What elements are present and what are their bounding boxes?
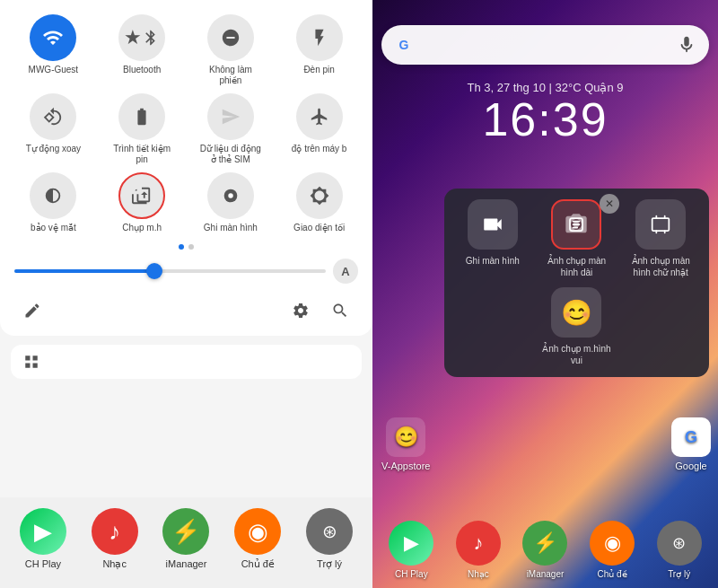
screenshot-icon xyxy=(118,172,165,219)
qs-bottom-bar xyxy=(11,291,362,325)
darkmode-icon xyxy=(30,172,76,219)
qs-darkmode[interactable]: bảo vệ mắt xyxy=(11,172,96,233)
autorotate-icon xyxy=(30,93,76,140)
dnd-icon xyxy=(207,14,254,61)
bluetooth-icon: ★ xyxy=(118,14,165,61)
qs-screenrecord[interactable]: Ghi màn hình xyxy=(188,172,274,233)
right-music-label: Nhạc xyxy=(468,569,489,579)
qs-mobiledata[interactable]: Dữ liệu di động ở thẻ SIM xyxy=(188,93,274,165)
chplay-label: CH Play xyxy=(25,558,61,569)
qs-airplane[interactable]: độ trên máy b xyxy=(276,93,362,165)
search-icon[interactable] xyxy=(326,296,355,325)
right-theme-icon: ◉ xyxy=(590,521,635,566)
qs-screenrecord-label: Ghi màn hình xyxy=(204,223,258,233)
right-dock: ▶ CH Play ♪ Nhạc ⚡ iManager ◉ Chủ đề ⊛ T… xyxy=(372,521,718,579)
qs-mobiledata-label: Dữ liệu di động ở thẻ SIM xyxy=(198,144,263,165)
time-text: 16:39 xyxy=(372,96,718,143)
settings-icon[interactable] xyxy=(286,296,315,325)
ctx-screenrecord[interactable]: Ghi màn hình xyxy=(455,199,530,278)
left-panel: MWG-Guest ★ Bluetooth Không làm phiền xyxy=(0,0,372,588)
qs-dnd[interactable]: Không làm phiền xyxy=(188,14,274,86)
right-imanager-label: iManager xyxy=(527,569,565,579)
ctx-screenrecord-label: Ghi màn hình xyxy=(466,255,520,267)
qs-darkmode-label: bảo vệ mắt xyxy=(31,223,76,233)
qs-airplane-label: độ trên máy b xyxy=(292,144,347,154)
flashlight-icon xyxy=(296,14,343,61)
right-assistant-icon: ⊛ xyxy=(657,521,702,566)
qs-screenshot-label: Chụp m.h xyxy=(122,223,162,233)
right-music-icon: ♪ xyxy=(456,521,501,566)
ctx-screenshot-long[interactable]: Ảnh chụp màn hình dài ✕ xyxy=(539,199,615,278)
assistant-label: Trợ lý xyxy=(317,558,342,570)
right-chplay-icon: ▶ xyxy=(389,521,433,566)
qs-darktheme[interactable]: Giao diện tối xyxy=(276,172,362,233)
dock-app-music[interactable]: ♪ Nhạc xyxy=(92,508,138,570)
qs-screenshot[interactable]: Chụp m.h xyxy=(100,172,185,233)
dock-app-assistant[interactable]: ⊛ Trợ lý xyxy=(306,508,353,570)
qs-dnd-label: Không làm phiền xyxy=(198,65,263,86)
brightness-thumb xyxy=(146,263,162,279)
qs-battery-label: Trình tiết kiệm pin xyxy=(109,144,174,165)
ctx-screenshot-long-label: Ảnh chụp màn hình dài xyxy=(539,255,615,278)
qs-bluetooth[interactable]: ★ Bluetooth xyxy=(100,14,185,86)
qs-bluetooth-label: Bluetooth xyxy=(123,65,161,75)
dock-app-imanager[interactable]: ⚡ iManager xyxy=(162,508,209,570)
wifi-icon xyxy=(30,14,76,61)
svg-point-1 xyxy=(228,193,233,198)
screenshot-context-menu: Ghi màn hình Ảnh chụp màn hình dài ✕ Ảnh… xyxy=(444,189,709,377)
datetime-display: Th 3, 27 thg 10 | 32°C Quận 9 16:39 xyxy=(372,81,718,143)
airplane-icon xyxy=(296,93,343,140)
right-assistant-label: Trợ lý xyxy=(668,569,690,579)
ctx-screenshot-rect-label: Ảnh chụp màn hình chữ nhật xyxy=(623,255,698,278)
right-dock-apps-list: ▶ CH Play ♪ Nhạc ⚡ iManager ◉ Chủ đề ⊛ T… xyxy=(378,521,713,579)
bottom-dock: ▶ CH Play ♪ Nhạc ⚡ iManager ◉ Chủ đề ⊛ T… xyxy=(0,497,372,588)
qs-wifi[interactable]: MWG-Guest xyxy=(11,14,96,86)
darktheme-icon xyxy=(296,172,343,219)
ctx-close-btn[interactable]: ✕ xyxy=(600,194,619,214)
qs-flashlight[interactable]: Đèn pin xyxy=(276,14,362,86)
search-bar[interactable]: G xyxy=(381,25,709,65)
ctx-screenshot-rect[interactable]: Ảnh chụp màn hình chữ nhật xyxy=(623,199,698,278)
qs-autorotate[interactable]: Tự động xoay xyxy=(11,93,96,165)
dock-app-theme[interactable]: ◉ Chủ đề xyxy=(234,508,281,570)
dock-app-chplay[interactable]: ▶ CH Play xyxy=(20,508,66,570)
svg-rect-7 xyxy=(652,218,670,231)
right-chplay[interactable]: ▶ CH Play xyxy=(389,521,433,579)
mic-icon[interactable] xyxy=(677,35,696,55)
v-appstore-label: 😊 V-Appstore xyxy=(381,417,430,471)
brightness-row: A xyxy=(11,255,362,291)
ctx-screenshot-rect-icon xyxy=(635,199,686,250)
edit-icon[interactable] xyxy=(18,296,47,325)
theme-label: Chủ đề xyxy=(241,558,275,570)
brightness-auto-btn[interactable]: A xyxy=(333,259,358,284)
qs-battery[interactable]: Trình tiết kiệm pin xyxy=(100,93,185,165)
qs-flashlight-label: Đèn pin xyxy=(303,65,334,75)
ctx-fun-screenshot[interactable]: 😊 Ảnh chụp m.hình vui xyxy=(539,287,615,366)
battery-icon xyxy=(118,93,165,140)
brightness-slider[interactable] xyxy=(14,269,326,273)
qs-wifi-label: MWG-Guest xyxy=(29,65,79,75)
mobiledata-icon xyxy=(207,93,254,140)
quick-settings-panel: MWG-Guest ★ Bluetooth Không làm phiền xyxy=(0,0,372,336)
imanager-icon: ⚡ xyxy=(162,508,209,555)
edit-tile-bar[interactable] xyxy=(11,345,362,379)
ctx-screenrecord-icon xyxy=(468,199,518,250)
ctx-fun-icon: 😊 xyxy=(551,287,601,338)
right-theme[interactable]: ◉ Chủ đề xyxy=(590,521,635,579)
svg-rect-4 xyxy=(25,364,30,368)
music-label: Nhạc xyxy=(102,558,127,570)
right-panel: G Th 3, 27 thg 10 | 32°C Quận 9 16:39 Gh… xyxy=(372,0,718,588)
right-music[interactable]: ♪ Nhạc xyxy=(456,521,501,579)
right-assistant[interactable]: ⊛ Trợ lý xyxy=(657,521,702,579)
qs-autorotate-label: Tự động xoay xyxy=(26,144,81,154)
right-imanager[interactable]: ⚡ iManager xyxy=(522,521,567,579)
right-theme-label: Chủ đề xyxy=(598,569,627,579)
svg-rect-2 xyxy=(25,355,30,360)
right-imanager-icon: ⚡ xyxy=(522,521,567,566)
dot-1 xyxy=(179,244,184,250)
google-logo: G xyxy=(394,35,414,55)
chplay-icon: ▶ xyxy=(20,508,66,555)
date-text: Th 3, 27 thg 10 | 32°C Quận 9 xyxy=(372,81,718,94)
dock-apps-list: ▶ CH Play ♪ Nhạc ⚡ iManager ◉ Chủ đề ⊛ T… xyxy=(7,508,365,570)
qs-grid: MWG-Guest ★ Bluetooth Không làm phiền xyxy=(11,14,362,233)
